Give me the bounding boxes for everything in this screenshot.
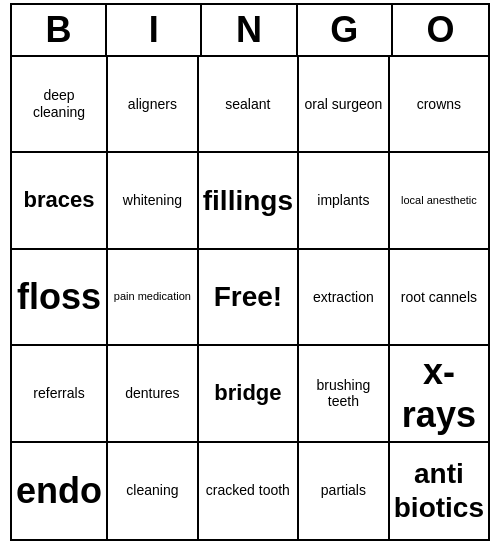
cell-text: cleaning (126, 482, 178, 499)
bingo-cell: pain medication (108, 250, 199, 346)
bingo-cell: root cannels (390, 250, 488, 346)
bingo-cell: fillings (199, 153, 299, 249)
bingo-header: BINGO (12, 5, 488, 57)
cell-text: braces (24, 187, 95, 213)
cell-text: bridge (214, 380, 281, 406)
bingo-cell: cracked tooth (199, 443, 299, 539)
bingo-cell: partials (299, 443, 390, 539)
header-letter: I (107, 5, 202, 55)
bingo-cell: aligners (108, 57, 199, 153)
bingo-cell: brushing teeth (299, 346, 390, 442)
cell-text: implants (317, 192, 369, 209)
bingo-cell: oral surgeon (299, 57, 390, 153)
cell-text: oral surgeon (304, 96, 382, 113)
cell-text: Free! (214, 280, 282, 314)
bingo-cell: local anesthetic (390, 153, 488, 249)
cell-text: cracked tooth (206, 482, 290, 499)
bingo-cell: endo (12, 443, 108, 539)
cell-text: dentures (125, 385, 179, 402)
bingo-grid: deep cleaningalignerssealantoral surgeon… (12, 57, 488, 539)
cell-text: pain medication (114, 290, 191, 303)
cell-text: aligners (128, 96, 177, 113)
bingo-cell: referrals (12, 346, 108, 442)
bingo-cell: x-rays (390, 346, 488, 442)
cell-text: anti biotics (394, 457, 484, 524)
bingo-cell: crowns (390, 57, 488, 153)
bingo-cell: anti biotics (390, 443, 488, 539)
cell-text: root cannels (401, 289, 477, 306)
cell-text: fillings (203, 184, 293, 218)
cell-text: sealant (225, 96, 270, 113)
cell-text: endo (16, 469, 102, 512)
cell-text: brushing teeth (303, 377, 384, 411)
bingo-cell: Free! (199, 250, 299, 346)
bingo-cell: cleaning (108, 443, 199, 539)
bingo-cell: sealant (199, 57, 299, 153)
header-letter: N (202, 5, 297, 55)
header-letter: B (12, 5, 107, 55)
bingo-cell: floss (12, 250, 108, 346)
cell-text: crowns (417, 96, 461, 113)
cell-text: extraction (313, 289, 374, 306)
bingo-cell: whitening (108, 153, 199, 249)
cell-text: deep cleaning (16, 87, 102, 121)
cell-text: referrals (33, 385, 84, 402)
cell-text: floss (17, 275, 101, 318)
bingo-cell: bridge (199, 346, 299, 442)
cell-text: x-rays (394, 350, 484, 436)
bingo-cell: deep cleaning (12, 57, 108, 153)
bingo-card: BINGO deep cleaningalignerssealantoral s… (10, 3, 490, 541)
cell-text: partials (321, 482, 366, 499)
header-letter: O (393, 5, 488, 55)
cell-text: local anesthetic (401, 194, 477, 207)
cell-text: whitening (123, 192, 182, 209)
bingo-cell: braces (12, 153, 108, 249)
bingo-cell: implants (299, 153, 390, 249)
bingo-cell: dentures (108, 346, 199, 442)
bingo-cell: extraction (299, 250, 390, 346)
header-letter: G (298, 5, 393, 55)
